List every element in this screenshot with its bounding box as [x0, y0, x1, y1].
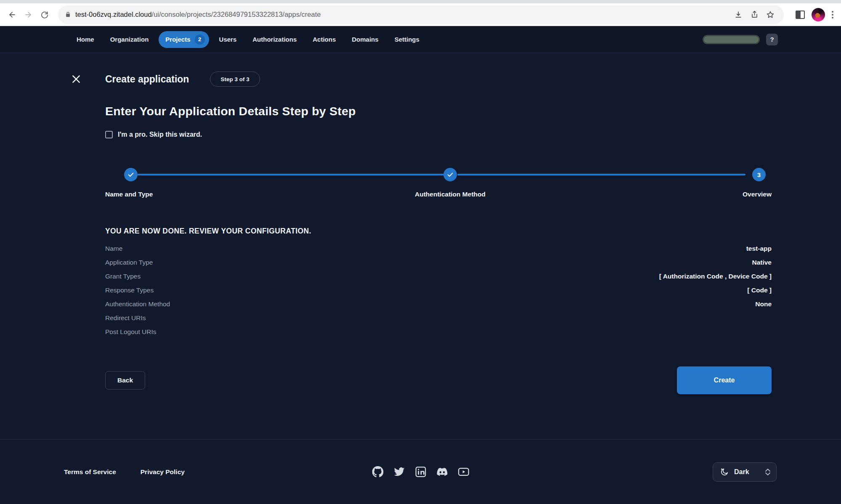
- url-text: test-0o6zvq.zitadel.cloud/ui/console/pro…: [75, 11, 732, 19]
- step-2-label: Authentication Method: [415, 191, 485, 198]
- nav-item-settings[interactable]: Settings: [389, 32, 425, 46]
- main-content: Create application Step 3 of 3 Enter You…: [0, 53, 841, 439]
- review-label: Response Types: [105, 286, 154, 294]
- nav-item-organization[interactable]: Organization: [104, 32, 155, 46]
- skip-wizard-checkbox[interactable]: [105, 131, 113, 138]
- terms-of-service-link[interactable]: Terms of Service: [64, 468, 116, 476]
- nav-item-projects-label: Projects: [165, 36, 190, 43]
- review-row-application-type: Application Type Native: [105, 259, 772, 273]
- wizard-stepper: 3: [105, 168, 772, 181]
- review-value: None: [755, 300, 772, 308]
- step-3-circle[interactable]: 3: [752, 168, 766, 181]
- step-badge: Step 3 of 3: [210, 72, 260, 87]
- social-links: [372, 466, 469, 477]
- stepper-labels: Name and Type Authentication Method Over…: [105, 191, 772, 200]
- nav-item-actions[interactable]: Actions: [307, 32, 342, 46]
- step-1-label: Name and Type: [105, 191, 153, 198]
- close-icon[interactable]: [69, 72, 83, 86]
- privacy-policy-link[interactable]: Privacy Policy: [141, 468, 185, 476]
- nav-item-users[interactable]: Users: [213, 32, 243, 46]
- page-title: Create application: [105, 74, 189, 85]
- download-icon[interactable]: [732, 8, 745, 21]
- review-row-redirect-uris: Redirect URIs: [105, 314, 772, 328]
- nav-item-projects[interactable]: Projects 2: [159, 31, 209, 48]
- page: test-0o6zvq.zitadel.cloud/ui/console/pro…: [0, 0, 841, 504]
- nav-item-authorizations[interactable]: Authorizations: [247, 32, 302, 46]
- nav-item-domains[interactable]: Domains: [346, 32, 384, 46]
- review-value: test-app: [746, 245, 772, 252]
- skip-wizard-label: I'm a pro. Skip this wizard.: [118, 131, 202, 138]
- check-icon: [447, 171, 454, 178]
- footer: Terms of Service Privacy Policy: [0, 439, 841, 504]
- bookmark-star-icon[interactable]: [764, 8, 777, 21]
- wizard-heading: Enter Your Application Details Step by S…: [105, 104, 772, 118]
- address-bar[interactable]: test-0o6zvq.zitadel.cloud/ui/console/pro…: [58, 5, 784, 24]
- browser-menu-icon[interactable]: [828, 8, 837, 22]
- select-chevrons-icon: [765, 469, 770, 475]
- url-domain: test-0o6zvq.zitadel.cloud: [75, 11, 152, 18]
- step-3-label: Overview: [743, 191, 772, 198]
- browser-profile-avatar[interactable]: [812, 8, 825, 21]
- moon-icon: [720, 467, 729, 477]
- review-row-authentication-method: Authentication Method None: [105, 300, 772, 314]
- reload-icon[interactable]: [36, 7, 52, 23]
- youtube-icon[interactable]: [458, 466, 469, 477]
- theme-label: Dark: [734, 468, 749, 476]
- linkedin-icon[interactable]: [415, 466, 426, 477]
- review-row-post-logout-uris: Post Logout URIs: [105, 328, 772, 342]
- review-value: [ Authorization Code , Device Code ]: [659, 273, 772, 280]
- browser-toolbar: test-0o6zvq.zitadel.cloud/ui/console/pro…: [0, 3, 841, 26]
- side-panel-icon[interactable]: [792, 7, 808, 23]
- review-label: Name: [105, 245, 122, 252]
- review-row-name: Name test-app: [105, 245, 772, 259]
- step-1-circle[interactable]: [124, 168, 138, 181]
- review-row-response-types: Response Types [ Code ]: [105, 286, 772, 300]
- lock-icon: [65, 11, 71, 18]
- review-label: Application Type: [105, 259, 153, 266]
- create-button[interactable]: Create: [677, 366, 772, 394]
- twitter-icon[interactable]: [393, 466, 405, 477]
- review-label: Post Logout URIs: [105, 328, 156, 336]
- discord-icon[interactable]: [436, 466, 448, 477]
- share-icon[interactable]: [748, 8, 761, 21]
- review-label: Redirect URIs: [105, 314, 146, 322]
- stepper-line-2: [457, 174, 745, 175]
- back-button[interactable]: Back: [105, 371, 145, 390]
- help-button[interactable]: ?: [766, 34, 778, 45]
- review-value: [ Code ]: [747, 286, 772, 294]
- skip-wizard-row[interactable]: I'm a pro. Skip this wizard.: [105, 131, 202, 138]
- theme-select[interactable]: Dark: [713, 462, 777, 482]
- console-nav: Home Organization Projects 2 Users Autho…: [0, 26, 841, 53]
- review-list: Name test-app Application Type Native Gr…: [105, 245, 772, 342]
- review-title: YOU ARE NOW DONE. REVIEW YOUR CONFIGURAT…: [105, 227, 772, 236]
- step-2-circle[interactable]: [443, 168, 457, 181]
- stepper-line-1: [138, 174, 444, 175]
- back-icon[interactable]: [4, 7, 20, 23]
- org-context-placeholder[interactable]: [704, 36, 759, 43]
- projects-count-badge: 2: [195, 34, 205, 45]
- check-icon: [127, 171, 134, 178]
- url-path: /ui/console/projects/232684979153322813/…: [152, 11, 321, 18]
- review-label: Authentication Method: [105, 300, 170, 308]
- browser-tab-strip: [0, 0, 841, 3]
- review-row-grant-types: Grant Types [ Authorization Code , Devic…: [105, 273, 772, 286]
- review-value: Native: [752, 259, 772, 266]
- forward-icon[interactable]: [20, 7, 36, 23]
- review-label: Grant Types: [105, 273, 141, 280]
- github-icon[interactable]: [372, 466, 383, 477]
- nav-item-home[interactable]: Home: [71, 32, 100, 46]
